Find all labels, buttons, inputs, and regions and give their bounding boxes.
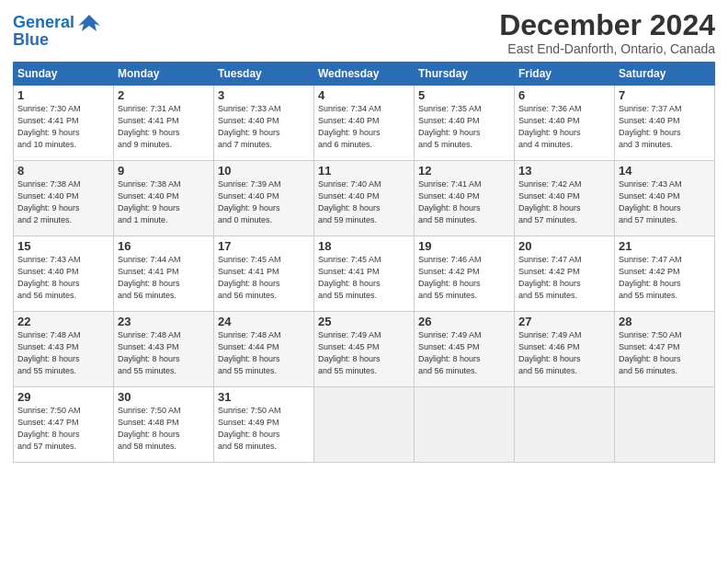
day-number: 18 [318, 239, 410, 253]
day-info: Sunrise: 7:46 AM Sunset: 4:42 PM Dayligh… [418, 254, 510, 302]
calendar-cell: 3Sunrise: 7:33 AM Sunset: 4:40 PM Daylig… [214, 86, 314, 161]
calendar-cell: 6Sunrise: 7:36 AM Sunset: 4:40 PM Daylig… [515, 86, 615, 161]
day-info: Sunrise: 7:38 AM Sunset: 4:40 PM Dayligh… [118, 178, 210, 226]
day-info: Sunrise: 7:34 AM Sunset: 4:40 PM Dayligh… [318, 103, 410, 151]
title-block: December 2024 East End-Danforth, Ontario… [499, 9, 715, 56]
calendar-week-row: 22Sunrise: 7:48 AM Sunset: 4:43 PM Dayli… [14, 312, 715, 387]
calendar-table: SundayMondayTuesdayWednesdayThursdayFrid… [13, 62, 715, 463]
day-number: 5 [418, 88, 510, 102]
weekday-header-friday: Friday [515, 63, 615, 86]
day-info: Sunrise: 7:48 AM Sunset: 4:43 PM Dayligh… [17, 329, 109, 377]
calendar-cell [615, 387, 715, 463]
calendar-cell: 1Sunrise: 7:30 AM Sunset: 4:41 PM Daylig… [14, 86, 114, 161]
calendar-cell [314, 387, 415, 463]
logo-bird-icon [76, 13, 102, 33]
day-info: Sunrise: 7:48 AM Sunset: 4:43 PM Dayligh… [118, 329, 210, 377]
day-number: 6 [518, 88, 610, 102]
calendar-cell [515, 387, 615, 463]
calendar-cell: 20Sunrise: 7:47 AM Sunset: 4:42 PM Dayli… [515, 236, 615, 312]
calendar-cell: 25Sunrise: 7:49 AM Sunset: 4:45 PM Dayli… [314, 312, 415, 387]
day-info: Sunrise: 7:44 AM Sunset: 4:41 PM Dayligh… [118, 254, 210, 302]
calendar-cell: 17Sunrise: 7:45 AM Sunset: 4:41 PM Dayli… [214, 236, 314, 312]
calendar-cell: 28Sunrise: 7:50 AM Sunset: 4:47 PM Dayli… [615, 312, 715, 387]
calendar-cell: 31Sunrise: 7:50 AM Sunset: 4:49 PM Dayli… [214, 387, 314, 463]
day-info: Sunrise: 7:30 AM Sunset: 4:41 PM Dayligh… [17, 103, 109, 151]
day-info: Sunrise: 7:50 AM Sunset: 4:49 PM Dayligh… [218, 405, 310, 453]
calendar-cell: 8Sunrise: 7:38 AM Sunset: 4:40 PM Daylig… [14, 161, 114, 236]
day-number: 23 [118, 315, 210, 328]
day-info: Sunrise: 7:40 AM Sunset: 4:40 PM Dayligh… [318, 178, 410, 226]
day-number: 3 [218, 88, 310, 102]
calendar-cell: 5Sunrise: 7:35 AM Sunset: 4:40 PM Daylig… [415, 86, 515, 161]
day-number: 11 [318, 164, 410, 178]
location: East End-Danforth, Ontario, Canada [499, 41, 715, 56]
day-number: 17 [218, 239, 310, 253]
day-info: Sunrise: 7:49 AM Sunset: 4:45 PM Dayligh… [318, 329, 410, 377]
calendar-cell: 29Sunrise: 7:50 AM Sunset: 4:47 PM Dayli… [14, 387, 114, 463]
day-number: 1 [17, 88, 109, 102]
day-number: 13 [518, 164, 610, 178]
month-title: December 2024 [499, 9, 715, 41]
day-info: Sunrise: 7:47 AM Sunset: 4:42 PM Dayligh… [619, 254, 711, 302]
day-number: 27 [518, 315, 610, 328]
day-info: Sunrise: 7:37 AM Sunset: 4:40 PM Dayligh… [619, 103, 711, 151]
day-info: Sunrise: 7:42 AM Sunset: 4:40 PM Dayligh… [518, 178, 610, 226]
day-number: 14 [619, 164, 711, 178]
calendar-cell: 12Sunrise: 7:41 AM Sunset: 4:40 PM Dayli… [415, 161, 515, 236]
weekday-header-thursday: Thursday [415, 63, 515, 86]
header: General Blue December 2024 East End-Danf… [13, 9, 715, 56]
weekday-header-tuesday: Tuesday [214, 63, 314, 86]
weekday-header-sunday: Sunday [14, 63, 114, 86]
weekday-header-monday: Monday [114, 63, 214, 86]
calendar-week-row: 29Sunrise: 7:50 AM Sunset: 4:47 PM Dayli… [14, 387, 715, 463]
weekday-header-wednesday: Wednesday [314, 63, 415, 86]
day-number: 30 [118, 390, 210, 404]
page-container: General Blue December 2024 East End-Danf… [0, 0, 728, 468]
svg-marker-0 [78, 15, 100, 31]
day-info: Sunrise: 7:48 AM Sunset: 4:44 PM Dayligh… [218, 329, 310, 377]
day-number: 26 [418, 315, 510, 328]
calendar-cell: 2Sunrise: 7:31 AM Sunset: 4:41 PM Daylig… [114, 86, 214, 161]
day-number: 10 [218, 164, 310, 178]
day-number: 31 [218, 390, 310, 404]
day-number: 2 [118, 88, 210, 102]
day-info: Sunrise: 7:50 AM Sunset: 4:47 PM Dayligh… [17, 405, 109, 453]
day-number: 19 [418, 239, 510, 253]
day-info: Sunrise: 7:49 AM Sunset: 4:45 PM Dayligh… [418, 329, 510, 377]
day-info: Sunrise: 7:45 AM Sunset: 4:41 PM Dayligh… [318, 254, 410, 302]
calendar-cell: 24Sunrise: 7:48 AM Sunset: 4:44 PM Dayli… [214, 312, 314, 387]
day-info: Sunrise: 7:45 AM Sunset: 4:41 PM Dayligh… [218, 254, 310, 302]
day-info: Sunrise: 7:33 AM Sunset: 4:40 PM Dayligh… [218, 103, 310, 151]
day-info: Sunrise: 7:49 AM Sunset: 4:46 PM Dayligh… [518, 329, 610, 377]
day-number: 16 [118, 239, 210, 253]
calendar-cell: 7Sunrise: 7:37 AM Sunset: 4:40 PM Daylig… [615, 86, 715, 161]
day-number: 21 [619, 239, 711, 253]
calendar-cell: 9Sunrise: 7:38 AM Sunset: 4:40 PM Daylig… [114, 161, 214, 236]
calendar-cell: 14Sunrise: 7:43 AM Sunset: 4:40 PM Dayli… [615, 161, 715, 236]
calendar-week-row: 1Sunrise: 7:30 AM Sunset: 4:41 PM Daylig… [14, 86, 715, 161]
calendar-cell: 19Sunrise: 7:46 AM Sunset: 4:42 PM Dayli… [415, 236, 515, 312]
day-info: Sunrise: 7:38 AM Sunset: 4:40 PM Dayligh… [17, 178, 109, 226]
day-number: 20 [518, 239, 610, 253]
day-info: Sunrise: 7:47 AM Sunset: 4:42 PM Dayligh… [518, 254, 610, 302]
day-number: 12 [418, 164, 510, 178]
calendar-cell: 11Sunrise: 7:40 AM Sunset: 4:40 PM Dayli… [314, 161, 415, 236]
calendar-cell: 13Sunrise: 7:42 AM Sunset: 4:40 PM Dayli… [515, 161, 615, 236]
weekday-header-saturday: Saturday [615, 63, 715, 86]
calendar-cell: 4Sunrise: 7:34 AM Sunset: 4:40 PM Daylig… [314, 86, 415, 161]
day-number: 29 [17, 390, 109, 404]
day-number: 28 [619, 315, 711, 328]
calendar-week-row: 15Sunrise: 7:43 AM Sunset: 4:40 PM Dayli… [14, 236, 715, 312]
day-info: Sunrise: 7:43 AM Sunset: 4:40 PM Dayligh… [17, 254, 109, 302]
day-info: Sunrise: 7:31 AM Sunset: 4:41 PM Dayligh… [118, 103, 210, 151]
day-number: 24 [218, 315, 310, 328]
calendar-cell: 22Sunrise: 7:48 AM Sunset: 4:43 PM Dayli… [14, 312, 114, 387]
logo: General Blue [13, 13, 102, 50]
day-number: 15 [17, 239, 109, 253]
calendar-cell: 30Sunrise: 7:50 AM Sunset: 4:48 PM Dayli… [114, 387, 214, 463]
calendar-cell [415, 387, 515, 463]
day-info: Sunrise: 7:36 AM Sunset: 4:40 PM Dayligh… [518, 103, 610, 151]
calendar-cell: 27Sunrise: 7:49 AM Sunset: 4:46 PM Dayli… [515, 312, 615, 387]
weekday-header-row: SundayMondayTuesdayWednesdayThursdayFrid… [14, 63, 715, 86]
day-number: 4 [318, 88, 410, 102]
